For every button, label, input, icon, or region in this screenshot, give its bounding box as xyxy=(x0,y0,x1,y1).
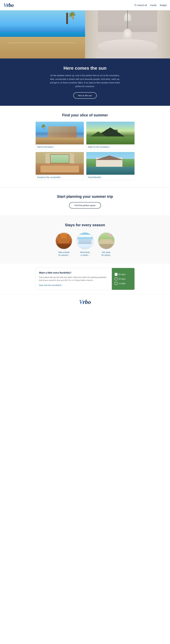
label-60-days: 60 days xyxy=(118,273,126,276)
lakeside-card[interactable]: Head lakeside › xyxy=(86,152,134,180)
option-30-days[interactable]: 30 days xyxy=(115,278,132,280)
mountains-card[interactable]: Make for the mountains › xyxy=(86,122,134,150)
checkbox-60[interactable] xyxy=(115,273,118,276)
countryside-label: Escape to the countryside › xyxy=(36,175,84,180)
svg-point-0 xyxy=(134,4,136,6)
budget-nav-link[interactable]: Budget xyxy=(160,4,166,6)
winter-circle xyxy=(76,232,94,249)
seasons-grid: 🍂 Take a breakfor autumn › Wind downin w… xyxy=(4,232,166,256)
winter-image xyxy=(77,233,93,249)
label-30-days: 30 days xyxy=(118,278,126,280)
beach-label: Bolt for the beach › xyxy=(36,144,84,150)
search-all-label: Search all xyxy=(138,4,147,6)
hero-section: Here comes the sun As the weather warms … xyxy=(0,58,170,106)
hero-description: As the weather warms up, now is the perf… xyxy=(50,74,120,88)
flexibility-title: Want a little extra flexibility? xyxy=(39,272,108,274)
search-nav-button[interactable]: Search all xyxy=(134,4,147,6)
svg-line-1 xyxy=(136,6,136,6)
spring-season-item[interactable]: 🌸 Get awayfor spring › xyxy=(98,232,115,256)
countryside-image xyxy=(36,152,84,175)
flexibility-content: Want a little extra flexibility? Find a … xyxy=(36,268,112,290)
autumn-season-item[interactable]: 🍂 Take a breakfor autumn › xyxy=(55,232,72,256)
lakeside-image xyxy=(86,152,134,175)
checkbox-14[interactable] xyxy=(115,282,118,285)
flexibility-description: Find a place that can flex with your pla… xyxy=(39,276,108,282)
hero-title: Here comes the sun xyxy=(6,66,164,71)
planning-title: Start planning your summer trip xyxy=(4,194,166,199)
find-space-button[interactable]: Find the perfect space xyxy=(69,202,101,208)
cancellation-options: 60 days 30 days 14 days xyxy=(112,268,134,290)
option-60-days[interactable]: 60 days xyxy=(115,273,132,276)
option-14-days[interactable]: 14 days xyxy=(115,282,132,285)
checkbox-30[interactable] xyxy=(115,278,118,280)
spring-label: Get awayfor spring › xyxy=(98,251,115,256)
footer: Vrbo xyxy=(0,294,170,310)
summer-section: Find your slice of summer 🌴 Bolt for the… xyxy=(0,106,170,187)
seasons-title: Stays for every season xyxy=(4,223,166,227)
flexibility-section: Want a little extra flexibility? Find a … xyxy=(0,264,170,294)
free-cancellation-link[interactable]: Stays with free cancellation › xyxy=(39,284,62,286)
logo[interactable]: Vrbo xyxy=(4,2,14,8)
seasons-section: Stays for every season 🍂 Take a breakfor… xyxy=(0,216,170,264)
label-14-days: 14 days xyxy=(118,282,126,284)
lakeside-label: Head lakeside › xyxy=(86,175,134,180)
mountains-image xyxy=(86,122,134,144)
summer-title: Find your slice of summer xyxy=(4,113,166,117)
autumn-image: 🍂 xyxy=(56,233,72,249)
winter-label: Wind downin winter › xyxy=(76,251,94,256)
hero-dining-panel xyxy=(85,10,170,58)
planning-section: Start planning your summer trip Find the… xyxy=(0,187,170,216)
winter-season-item[interactable]: Wind downin winter › xyxy=(76,232,94,256)
search-icon xyxy=(134,4,136,6)
mountains-label: Make for the mountains › xyxy=(86,144,134,150)
beach-image: 🌴 xyxy=(36,122,84,144)
footer-logo[interactable]: Vrbo xyxy=(4,298,166,305)
header: Vrbo Search all Family Budget xyxy=(0,0,170,10)
summer-grid: 🌴 Bolt for the beach › Make for the moun… xyxy=(36,122,134,180)
autumn-label: Take a breakfor autumn › xyxy=(55,251,72,256)
hero-image: 🌴 xyxy=(0,10,170,58)
spring-image: 🌸 xyxy=(98,233,114,249)
family-nav-link[interactable]: Family xyxy=(150,4,156,6)
beach-card[interactable]: 🌴 Bolt for the beach › xyxy=(36,122,84,150)
countryside-card[interactable]: Escape to the countryside › xyxy=(36,152,84,180)
flexibility-card: Want a little extra flexibility? Find a … xyxy=(36,268,134,290)
hero-pool-panel: 🌴 xyxy=(0,10,85,58)
autumn-circle: 🍂 xyxy=(55,232,72,249)
nav: Search all Family Budget xyxy=(134,4,166,6)
spring-circle: 🌸 xyxy=(98,232,115,249)
run-to-sun-button[interactable]: Run to the sun xyxy=(73,92,97,99)
